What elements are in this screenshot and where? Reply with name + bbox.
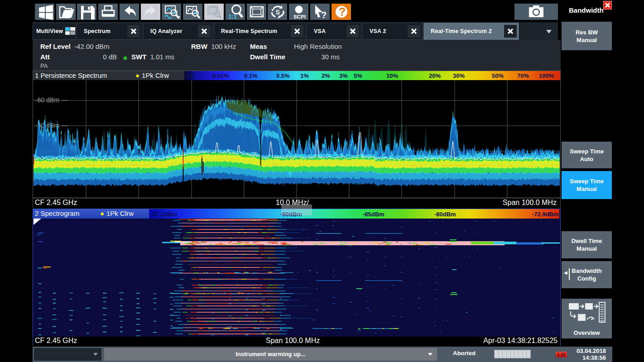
svg-text:-60 dBm: -60 dBm (35, 96, 59, 104)
svg-text:0.01%: 0.01% (212, 72, 229, 79)
svg-text:100%: 100% (539, 72, 554, 79)
svg-text:5%: 5% (354, 72, 362, 79)
svg-text:-97.2dBm: -97.2dBm (151, 211, 178, 218)
svg-text:0.1%: 0.1% (244, 72, 258, 79)
svg-text:0.5%: 0.5% (276, 72, 290, 79)
svg-text:S: S (275, 9, 279, 16)
svg-text:0%: 0% (185, 72, 194, 79)
svg-text:SCPI: SCPI (293, 14, 306, 19)
svg-text:-85dBm: -85dBm (363, 211, 384, 218)
svg-text:1:1: 1:1 (228, 13, 237, 20)
svg-text:?: ? (339, 5, 346, 18)
svg-text:?: ? (321, 10, 327, 20)
svg-text:10%: 10% (386, 72, 398, 79)
svg-text:30%: 30% (453, 72, 465, 79)
svg-text:50%: 50% (492, 72, 504, 79)
svg-text:-80dBm: -80dBm (434, 211, 456, 218)
svg-text:2%: 2% (322, 72, 330, 79)
svg-text:20%: 20% (429, 72, 441, 79)
svg-text:3%: 3% (339, 72, 348, 79)
svg-text:1%: 1% (300, 72, 309, 79)
svg-text:70%: 70% (517, 72, 529, 79)
svg-text:-72.9dBm: -72.9dBm (532, 211, 559, 218)
